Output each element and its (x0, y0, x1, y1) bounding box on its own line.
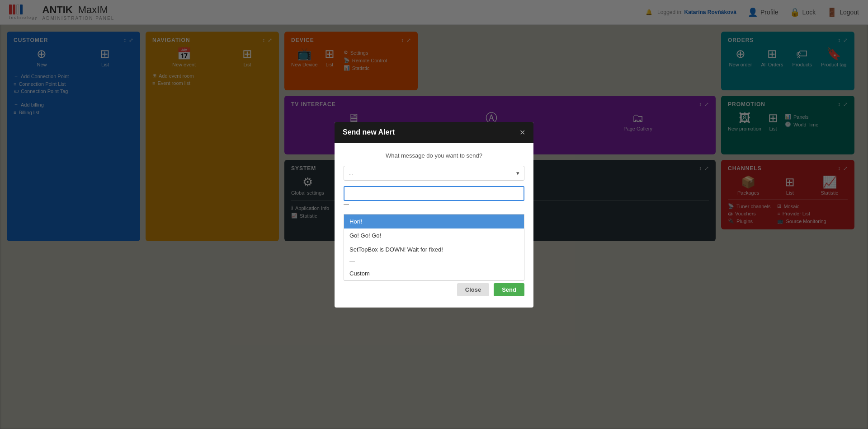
modal-select-wrapper: ... ▾ (344, 166, 524, 181)
send-button[interactable]: Send (494, 283, 524, 296)
chevron-down-icon: ▾ (516, 170, 519, 177)
dropdown-item-custom[interactable]: Custom (344, 266, 524, 280)
page-wrapper: technology ANTIK MaxIM ADMINISTRATION PA… (0, 0, 868, 429)
modal-search-input[interactable] (344, 186, 524, 201)
modal-header: Send new Alert ✕ (335, 122, 533, 143)
modal-auto-hide: — (344, 201, 524, 207)
modal-overlay[interactable]: Send new Alert ✕ What message do you wan… (0, 0, 868, 429)
dropdown-item-2[interactable]: SetTopBox is DOWN! Wait for fixed! (344, 242, 524, 256)
dropdown-separator: — (344, 256, 524, 266)
modal-footer: Close Send (344, 281, 524, 298)
dropdown-item-0[interactable]: Horí! (344, 214, 524, 228)
modal-body: What message do you want to send? ... ▾ … (335, 143, 533, 308)
modal-select-placeholder: ... (349, 170, 354, 177)
modal-close-x[interactable]: ✕ (519, 128, 525, 137)
modal-select-box[interactable]: ... ▾ (344, 166, 524, 181)
modal-question: What message do you want to send? (344, 152, 524, 159)
modal-auto-hide-label: — (344, 201, 349, 207)
modal-title: Send new Alert (343, 128, 395, 136)
dropdown-list: Horí! Go! Go! Go! SetTopBox is DOWN! Wai… (344, 214, 524, 281)
close-button[interactable]: Close (457, 283, 489, 296)
dropdown-item-1[interactable]: Go! Go! Go! (344, 228, 524, 242)
send-alert-modal: Send new Alert ✕ What message do you wan… (335, 122, 533, 308)
